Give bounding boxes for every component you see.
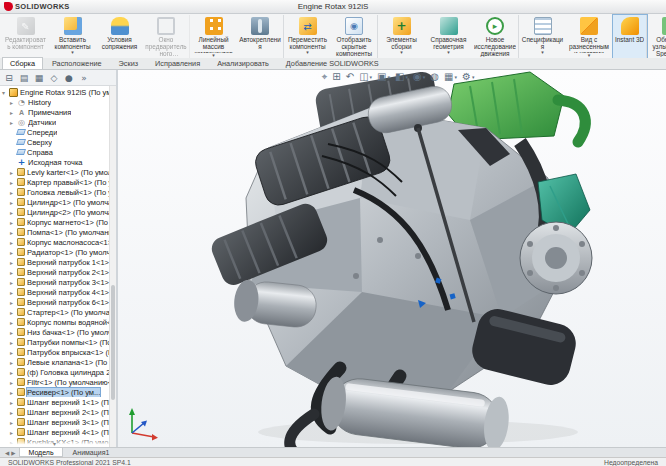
tree-item[interactable]: Шланг верхний 3<1> (По умол... bbox=[0, 417, 116, 427]
tree-item[interactable]: Верхний патрубок 1<1> (По ум... bbox=[0, 257, 116, 267]
expander-icon[interactable] bbox=[10, 199, 17, 206]
ribbon-button[interactable]: Автокрепления ▾ bbox=[237, 15, 284, 58]
tree-item[interactable]: Шланг верхний 2<1> (По умо... bbox=[0, 407, 116, 417]
tree-item[interactable]: Помпа<1> (По умолчанию<По... bbox=[0, 227, 116, 237]
tree-item[interactable]: Картер правый<1> (По умолча... bbox=[0, 177, 116, 187]
hud-button[interactable]: ◧ ▾ bbox=[395, 72, 408, 82]
hud-button[interactable]: ↶ ▾ bbox=[346, 72, 354, 82]
ribbon-button[interactable]: Отобразить скрытые компоненты ▾ bbox=[331, 15, 378, 58]
expander-icon[interactable] bbox=[10, 339, 17, 346]
tree-item[interactable]: Справа bbox=[0, 147, 116, 157]
ribbon-button[interactable]: Вид с разнесенными частями ▾ bbox=[566, 15, 613, 58]
ribbon-button[interactable]: Элементы сборки ▾ bbox=[378, 15, 425, 58]
tree-scrollbar-thumb[interactable] bbox=[111, 285, 115, 401]
tree-item[interactable]: History bbox=[0, 97, 116, 107]
tree-scrollbar[interactable] bbox=[109, 86, 116, 447]
expander-icon[interactable] bbox=[10, 359, 17, 366]
tree-item[interactable]: Levly karter<1> (По умолчани... bbox=[0, 167, 116, 177]
expander-icon[interactable] bbox=[10, 319, 17, 326]
ribbon-button[interactable]: Новое исследование движения ▾ bbox=[472, 15, 519, 58]
ribbon-button[interactable]: Линейный массив компонентов ▾ bbox=[190, 15, 237, 58]
tree-item[interactable]: Спереди bbox=[0, 127, 116, 137]
tree-item[interactable]: Верхний патрубок 4<1> (По ум... bbox=[0, 287, 116, 297]
tree-item[interactable]: Верхний патрубок 2<1> (По ум... bbox=[0, 267, 116, 277]
hud-button[interactable]: ⚙ ▾ bbox=[462, 72, 474, 82]
expander-icon[interactable] bbox=[2, 89, 9, 96]
tree-item[interactable]: Сверху bbox=[0, 137, 116, 147]
manager-tab-icon[interactable]: ▦ bbox=[32, 71, 46, 84]
tab-scroll-right-icon[interactable]: ▶ bbox=[11, 450, 15, 456]
expander-icon[interactable] bbox=[10, 109, 17, 116]
expander-icon[interactable] bbox=[10, 179, 17, 186]
tree-item[interactable]: Шланг верхний 1<1> (По умол... bbox=[0, 397, 116, 407]
tree-item[interactable]: Engine Rotax 912iS (По умолчани... bbox=[0, 87, 116, 97]
expander-icon[interactable] bbox=[10, 209, 17, 216]
manager-tab-icon[interactable]: ⊟ bbox=[2, 71, 16, 84]
tree-item[interactable]: Патрубок впрыска<1> (По умо... bbox=[0, 347, 116, 357]
tree-item[interactable]: Корпус помпы водяной<1> (... bbox=[0, 317, 116, 327]
document-tab[interactable]: Анимация1 bbox=[64, 448, 119, 457]
expander-icon[interactable] bbox=[10, 349, 17, 356]
hud-button[interactable]: ⊞ ▾ bbox=[332, 72, 340, 82]
ribbon-button[interactable]: Редактировать компонент ▾ bbox=[2, 15, 49, 58]
expander-icon[interactable] bbox=[10, 219, 17, 226]
ribbon-tab[interactable]: Анализировать bbox=[209, 57, 277, 69]
expander-icon[interactable] bbox=[10, 309, 17, 316]
expander-icon[interactable] bbox=[10, 409, 17, 416]
tree-item[interactable]: Низ бачка<1> (По умолчанию... bbox=[0, 327, 116, 337]
expander-icon[interactable] bbox=[10, 299, 17, 306]
tree-item[interactable]: Датчики bbox=[0, 117, 116, 127]
expander-icon[interactable] bbox=[10, 279, 17, 286]
ribbon-tab[interactable]: Добавление SOLIDWORKS bbox=[278, 57, 387, 69]
tree-item[interactable]: Левые клапана<1> (По умолч... bbox=[0, 357, 116, 367]
expander-icon[interactable] bbox=[10, 429, 17, 436]
tree-item[interactable]: Исходная точка bbox=[0, 157, 116, 167]
tree-item[interactable]: Верхний патрубок 3<1> (По ум... bbox=[0, 277, 116, 287]
manager-tab-icon[interactable]: ◇ bbox=[47, 71, 61, 84]
tree-item[interactable]: Корпус магнето<1> (По умолч... bbox=[0, 217, 116, 227]
ribbon-tab[interactable]: Исправления bbox=[147, 57, 208, 69]
manager-tab-icon[interactable]: ▤ bbox=[17, 71, 31, 84]
manager-tab-icon[interactable]: » bbox=[77, 71, 91, 84]
engine-model[interactable] bbox=[118, 70, 666, 447]
tree-scroll-more-icon[interactable]: ▾ bbox=[0, 439, 109, 447]
expander-icon[interactable] bbox=[10, 399, 17, 406]
expander-icon[interactable] bbox=[10, 329, 17, 336]
ribbon-button[interactable]: Окно предварительного просмотра ▾ bbox=[143, 15, 190, 58]
manager-tab-icon[interactable]: ● bbox=[62, 71, 76, 84]
expander-icon[interactable] bbox=[10, 249, 17, 256]
expander-icon[interactable] bbox=[10, 269, 17, 276]
ribbon-button[interactable]: Справочная геометрия ▾ bbox=[425, 15, 472, 58]
tree-item[interactable]: Стартер<1> (По умолчанию<... bbox=[0, 307, 116, 317]
hud-button[interactable]: ▣ ▾ bbox=[377, 72, 390, 82]
tab-scroll-arrows[interactable]: ◀ ▶ bbox=[2, 448, 18, 457]
expander-icon[interactable] bbox=[10, 119, 17, 126]
hud-button[interactable]: ◫ ▾ bbox=[359, 72, 372, 82]
expander-icon[interactable] bbox=[10, 389, 17, 396]
ribbon-button[interactable]: Условия сопряжения ▾ bbox=[96, 15, 143, 58]
tree-item[interactable]: Примечания bbox=[0, 107, 116, 117]
tree-item[interactable]: Filtr<1> (По умолчанию<По у... bbox=[0, 377, 116, 387]
expander-icon[interactable] bbox=[10, 289, 17, 296]
hud-button[interactable]: ◍ ▾ bbox=[430, 72, 439, 82]
tab-scroll-left-icon[interactable]: ◀ bbox=[5, 450, 9, 456]
orientation-triad[interactable] bbox=[122, 403, 162, 443]
ribbon-tab[interactable]: Сборка bbox=[2, 57, 43, 69]
ribbon-button[interactable]: Переместить компоненты ▾ bbox=[284, 15, 331, 58]
tree-item[interactable]: Корпус маслонасоса<1> (По у... bbox=[0, 237, 116, 247]
expander-icon[interactable] bbox=[10, 419, 17, 426]
tree-item[interactable]: Цилиндр<2> (По умолчанию<... bbox=[0, 207, 116, 217]
expander-icon[interactable] bbox=[10, 379, 17, 386]
tree-item[interactable]: Ресивер<1> (По ум... bbox=[0, 387, 116, 397]
hud-button[interactable]: ▦ ▾ bbox=[444, 72, 457, 82]
expander-icon[interactable] bbox=[10, 369, 17, 376]
tree-item[interactable]: Верхний патрубок 6<1> (По ум... bbox=[0, 297, 116, 307]
ribbon-button[interactable]: Вставить компоненты ▾ bbox=[49, 15, 96, 58]
expander-icon[interactable] bbox=[10, 99, 17, 106]
tree-item[interactable]: (ф) Головка цилиндра 2<1> (По... bbox=[0, 367, 116, 377]
document-tab[interactable]: Модель bbox=[19, 448, 62, 457]
expander-icon[interactable] bbox=[10, 229, 17, 236]
ribbon-button[interactable]: Обновить узлы сборки SpeedPak ▾ bbox=[647, 15, 666, 58]
ribbon-tab[interactable]: Расположение bbox=[44, 57, 110, 69]
tree-item[interactable]: Радиатор<1> (По умолчанию<... bbox=[0, 247, 116, 257]
